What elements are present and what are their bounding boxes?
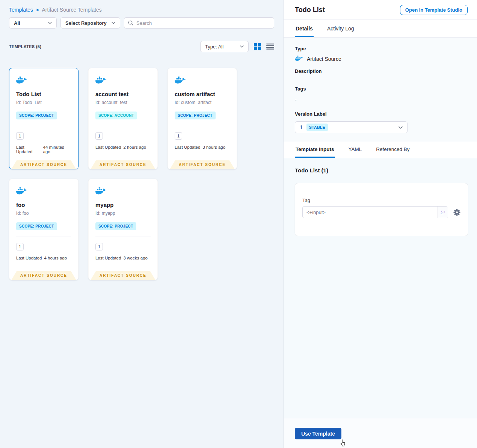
template-card-title: myapp	[95, 202, 151, 208]
inputs-content: Todo List (1) Tag Σˣ	[284, 158, 477, 418]
divider	[16, 126, 71, 126]
filter-row: All Select Repository	[9, 17, 274, 29]
template-card-title: Todo List	[16, 91, 71, 97]
divider	[175, 126, 230, 126]
tag-label: Tag	[302, 198, 460, 203]
tag-input-card: Tag Σˣ	[295, 183, 468, 236]
chevron-down-icon	[48, 22, 52, 24]
artifact-source-banner: ARTIFACT SOURCE	[12, 160, 76, 169]
template-card-foo[interactable]: foo Id: foo SCOPE: PROJECT 1 Last Update…	[9, 179, 78, 280]
tags-value: -	[295, 97, 466, 103]
scope-badge: SCOPE: PROJECT	[16, 112, 57, 119]
breadcrumb-current: Artifact Source Templates	[42, 7, 101, 13]
template-card-custom-artifact[interactable]: custom artifact Id: custom_artifact SCOP…	[168, 68, 237, 169]
tab-activity-log[interactable]: Activity Log	[326, 20, 355, 37]
chevron-down-icon	[399, 126, 403, 129]
repository-filter-value: Select Repository	[65, 20, 107, 26]
last-updated: Last Updated3 hours ago	[175, 145, 230, 149]
tab-details[interactable]: Details	[295, 20, 314, 37]
detail-fields: Type Artifact Source Description Tags - …	[284, 38, 477, 142]
template-card-id: Id: custom_artifact	[175, 100, 230, 105]
docker-icon	[95, 187, 151, 196]
detail-footer: Use Template	[284, 418, 477, 448]
breadcrumb-templates-link[interactable]: Templates	[9, 7, 33, 13]
templates-count-label: TEMPLATES (5)	[9, 44, 41, 49]
scope-badge: SCOPE: PROJECT	[16, 222, 57, 230]
template-card-myapp[interactable]: myapp Id: myapp SCOPE: PROJECT 1 Last Up…	[88, 179, 158, 280]
detail-title: Todo List	[295, 6, 325, 14]
last-updated: Last Updated2 hours ago	[95, 145, 151, 149]
tab-referenced-by[interactable]: Referenced By	[375, 142, 410, 158]
last-updated: Last Updated3 weeks ago	[95, 256, 151, 260]
tab-template-inputs[interactable]: Template Inputs	[295, 142, 335, 158]
type-value-text: Artifact Source	[307, 56, 341, 62]
tag-input-row: Σˣ	[302, 206, 460, 218]
template-card-title: custom artifact	[175, 91, 230, 97]
docker-icon	[16, 76, 71, 86]
tags-label: Tags	[295, 86, 466, 92]
mouse-pointer-cursor-icon	[340, 439, 346, 448]
expression-sigma-button[interactable]: Σˣ	[438, 207, 448, 218]
divider	[16, 237, 71, 237]
version-count-badge: 1	[95, 132, 103, 140]
description-label: Description	[295, 68, 466, 74]
breadcrumb: Templates > Artifact Source Templates	[9, 7, 274, 13]
template-card-todo-list[interactable]: Todo List Id: Todo_List SCOPE: PROJECT 1…	[9, 68, 78, 169]
search-icon	[128, 20, 133, 26]
use-template-button[interactable]: Use Template	[295, 428, 341, 439]
gear-icon[interactable]	[453, 209, 460, 216]
divider	[95, 126, 151, 126]
tag-input[interactable]	[303, 207, 438, 218]
template-card-id: Id: foo	[16, 211, 71, 216]
chevron-down-icon	[240, 45, 244, 48]
template-card-title: account test	[95, 91, 151, 97]
artifact-source-banner: ARTIFACT SOURCE	[91, 160, 155, 169]
last-updated: Last Updated4 hours ago	[16, 256, 71, 260]
tag-input-wrap: Σˣ	[302, 206, 448, 218]
last-updated: Last Updated44 minutes ago	[16, 145, 71, 154]
detail-header: Todo List Open in Template Studio	[284, 0, 477, 20]
docker-icon	[95, 76, 151, 86]
search-box	[124, 17, 274, 29]
artifact-source-banner: ARTIFACT SOURCE	[12, 271, 76, 280]
scope-filter-dropdown[interactable]: All	[9, 17, 57, 29]
stable-badge: STABLE	[306, 124, 328, 131]
template-card-account-test[interactable]: account test Id: account_test SCOPE: ACC…	[88, 68, 158, 169]
grid-view-icon[interactable]	[254, 43, 261, 50]
repository-filter-dropdown[interactable]: Select Repository	[60, 17, 120, 29]
scope-filter-value: All	[14, 20, 20, 26]
version-label: Version Label	[295, 111, 466, 117]
version-number: 1	[300, 124, 303, 130]
templates-list-panel: Templates > Artifact Source Templates Al…	[0, 0, 284, 448]
type-filter-value: Type: All	[205, 44, 223, 50]
tab-yaml[interactable]: YAML	[348, 142, 363, 158]
open-in-template-studio-button[interactable]: Open in Template Studio	[400, 5, 468, 15]
template-card-title: foo	[16, 202, 71, 208]
version-count-badge: 1	[16, 243, 24, 250]
version-select-dropdown[interactable]: 1 STABLE	[295, 121, 408, 133]
divider	[95, 237, 151, 237]
chevron-down-icon	[112, 22, 115, 24]
type-label: Type	[295, 46, 466, 51]
template-detail-panel: Todo List Open in Template Studio Detail…	[284, 0, 477, 448]
type-value: Artifact Source	[295, 55, 466, 62]
inputs-heading: Todo List (1)	[295, 167, 468, 173]
scope-badge: SCOPE: PROJECT	[175, 112, 216, 119]
breadcrumb-separator-icon: >	[36, 7, 39, 13]
templates-grid: Todo List Id: Todo_List SCOPE: PROJECT 1…	[9, 68, 274, 280]
artifact-source-banner: ARTIFACT SOURCE	[91, 271, 155, 280]
scope-badge: SCOPE: ACCOUNT	[95, 112, 137, 119]
version-count-badge: 1	[95, 243, 103, 250]
detail-tabs: Details Activity Log	[284, 20, 477, 38]
template-card-id: Id: account_test	[95, 100, 151, 105]
template-card-id: Id: myapp	[95, 211, 151, 216]
list-view-icon[interactable]	[266, 44, 274, 50]
version-count-badge: 1	[16, 132, 24, 140]
type-filter-dropdown[interactable]: Type: All	[200, 41, 249, 52]
scope-badge: SCOPE: PROJECT	[95, 222, 136, 230]
search-input[interactable]	[136, 20, 270, 26]
inputs-tabs: Template Inputs YAML Referenced By	[284, 142, 477, 158]
view-toggle	[254, 43, 274, 50]
version-count-badge: 1	[175, 132, 182, 140]
docker-icon	[16, 187, 71, 196]
